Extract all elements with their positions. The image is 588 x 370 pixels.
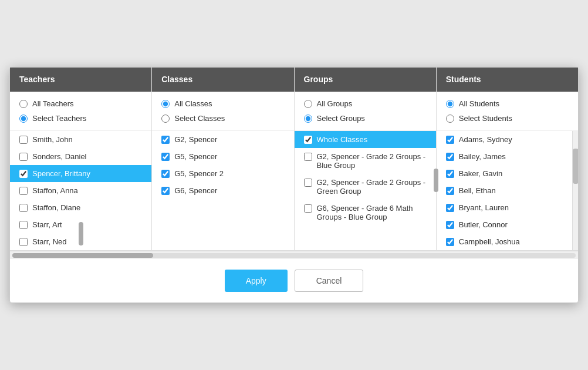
col-list-classes: G2, SpencerG5, SpencerG5, Spencer 2G6, S… [152, 131, 293, 199]
col-header-teachers: Teachers [10, 68, 151, 92]
list-item-label: Bell, Ethan [459, 186, 496, 195]
scrollbar-thumb[interactable] [12, 253, 153, 258]
list-item-label: Staffon, Anna [32, 186, 78, 195]
col-list-students: Adams, SydneyBailey, JamesBaker, GavinBe… [437, 131, 572, 250]
footer: Apply Cancel [10, 259, 578, 302]
list-item-label: G2, Spencer [174, 135, 217, 144]
list-item-label: Staffon, Diane [32, 203, 80, 212]
checkbox-students-3[interactable] [446, 187, 454, 195]
checkbox-teachers-2[interactable] [19, 170, 28, 178]
list-item[interactable]: Smith, John [10, 131, 151, 148]
checkbox-students-6[interactable] [446, 238, 454, 246]
list-item-label: Whole Classes [317, 135, 368, 144]
radio-all-classes[interactable]: All Classes [161, 96, 284, 111]
list-item[interactable]: Staffon, Anna [10, 182, 151, 199]
list-item-label: Sonders, Daniel [32, 152, 87, 161]
checkbox-classes-0[interactable] [161, 136, 170, 144]
radio-select-classes[interactable]: Select Classes [161, 111, 284, 126]
checkbox-students-1[interactable] [446, 153, 454, 161]
radio-all-groups[interactable]: All Groups [304, 96, 427, 111]
col-list-wrapper-teachers: Smith, JohnSonders, DanielSpencer, Britt… [10, 131, 151, 250]
list-item-label: G2, Spencer - Grade 2 Groups - Green Gro… [317, 178, 427, 196]
checkbox-groups-1[interactable] [304, 153, 312, 161]
list-item-label: Adams, Sydney [459, 135, 512, 144]
checkbox-teachers-4[interactable] [19, 204, 28, 212]
list-item-label: G2, Spencer - Grade 2 Groups - Blue Grou… [317, 152, 427, 170]
checkbox-students-2[interactable] [446, 170, 454, 178]
col-header-groups: Groups [295, 68, 436, 92]
list-item[interactable]: G6, Spencer [152, 182, 293, 199]
scrollbar-track [12, 253, 576, 258]
col-options-teachers: All Teachers Select Teachers [10, 92, 151, 131]
horizontal-scrollbar[interactable] [10, 251, 578, 259]
col-list-wrapper-classes: G2, SpencerG5, SpencerG5, Spencer 2G6, S… [152, 131, 293, 199]
list-item-label: Butler, Connor [459, 220, 508, 229]
list-item[interactable]: Whole Classes [295, 131, 436, 148]
checkbox-students-5[interactable] [446, 221, 454, 229]
col-header-classes: Classes [152, 68, 293, 92]
drag-handle[interactable] [79, 222, 83, 245]
col-list-wrapper-groups: Whole ClassesG2, Spencer - Grade 2 Group… [295, 131, 436, 226]
checkbox-groups-0[interactable] [304, 136, 312, 144]
right-scrollbar-thumb[interactable] [573, 149, 578, 184]
column-groups: Groups All Groups Select GroupsWhole Cla… [295, 68, 437, 250]
list-item[interactable]: Butler, Connor [437, 216, 572, 233]
col-options-students: All Students Select Students [437, 92, 578, 131]
list-item-label: G5, Spencer 2 [174, 169, 224, 178]
list-item[interactable]: Baker, Gavin [437, 165, 572, 182]
checkbox-teachers-1[interactable] [19, 153, 28, 161]
columns-container: Teachers All Teachers Select TeachersSmi… [10, 68, 578, 251]
col-header-students: Students [437, 68, 578, 92]
checkbox-students-0[interactable] [446, 136, 454, 144]
list-item[interactable]: Spencer, Brittany [10, 165, 151, 182]
radio-all-teachers[interactable]: All Teachers [19, 96, 142, 111]
col-options-classes: All Classes Select Classes [152, 92, 293, 131]
list-item-label: G5, Spencer [174, 152, 217, 161]
list-item[interactable]: G5, Spencer [152, 148, 293, 165]
list-item-label: Starr, Ned [32, 237, 67, 246]
list-item[interactable]: G6, Spencer - Grade 6 Math Groups - Blue… [295, 200, 436, 226]
list-item[interactable]: G2, Spencer - Grade 2 Groups - Green Gro… [295, 174, 436, 200]
column-teachers: Teachers All Teachers Select TeachersSmi… [10, 68, 152, 250]
list-item[interactable]: Adams, Sydney [437, 131, 572, 148]
radio-all-students[interactable]: All Students [446, 96, 569, 111]
list-item[interactable]: Campbell, Joshua [437, 233, 572, 250]
col-options-groups: All Groups Select Groups [295, 92, 436, 131]
checkbox-teachers-3[interactable] [19, 187, 28, 195]
checkbox-classes-3[interactable] [161, 187, 170, 195]
list-item-label: Baker, Gavin [459, 169, 502, 178]
list-item-label: G6, Spencer - Grade 6 Math Groups - Blue… [317, 204, 427, 221]
list-item-label: Bailey, James [459, 152, 506, 161]
list-item[interactable]: Bailey, James [437, 148, 572, 165]
list-item[interactable]: Bryant, Lauren [437, 199, 572, 216]
checkbox-groups-2[interactable] [304, 179, 312, 187]
list-item-label: G6, Spencer [174, 186, 217, 195]
column-classes: Classes All Classes Select ClassesG2, Sp… [152, 68, 294, 250]
radio-select-teachers[interactable]: Select Teachers [19, 111, 142, 126]
list-item[interactable]: G2, Spencer [152, 131, 293, 148]
checkbox-teachers-5[interactable] [19, 221, 28, 229]
column-resize-handle[interactable] [434, 169, 438, 192]
list-item[interactable]: G2, Spencer - Grade 2 Groups - Blue Grou… [295, 148, 436, 174]
checkbox-classes-1[interactable] [161, 153, 170, 161]
list-item-label: Bryant, Lauren [459, 203, 509, 212]
checkbox-teachers-6[interactable] [19, 238, 28, 246]
checkbox-students-4[interactable] [446, 204, 454, 212]
list-item-label: Smith, John [32, 135, 73, 144]
radio-select-students[interactable]: Select Students [446, 111, 569, 126]
list-item[interactable]: Bell, Ethan [437, 182, 572, 199]
radio-select-groups[interactable]: Select Groups [304, 111, 427, 126]
list-item-label: Spencer, Brittany [32, 169, 90, 178]
checkbox-groups-3[interactable] [304, 204, 312, 213]
selector-modal: Teachers All Teachers Select TeachersSmi… [9, 67, 579, 303]
checkbox-classes-2[interactable] [161, 170, 170, 178]
right-scrollbar[interactable] [572, 131, 578, 250]
cancel-button[interactable]: Cancel [295, 270, 364, 292]
list-item[interactable]: Sonders, Daniel [10, 148, 151, 165]
list-item[interactable]: G5, Spencer 2 [152, 165, 293, 182]
column-students: Students All Students Select StudentsAda… [437, 68, 578, 250]
list-item-label: Starr, Art [32, 220, 62, 229]
list-item[interactable]: Staffon, Diane [10, 199, 151, 216]
apply-button[interactable]: Apply [225, 270, 288, 292]
checkbox-teachers-0[interactable] [19, 136, 28, 144]
